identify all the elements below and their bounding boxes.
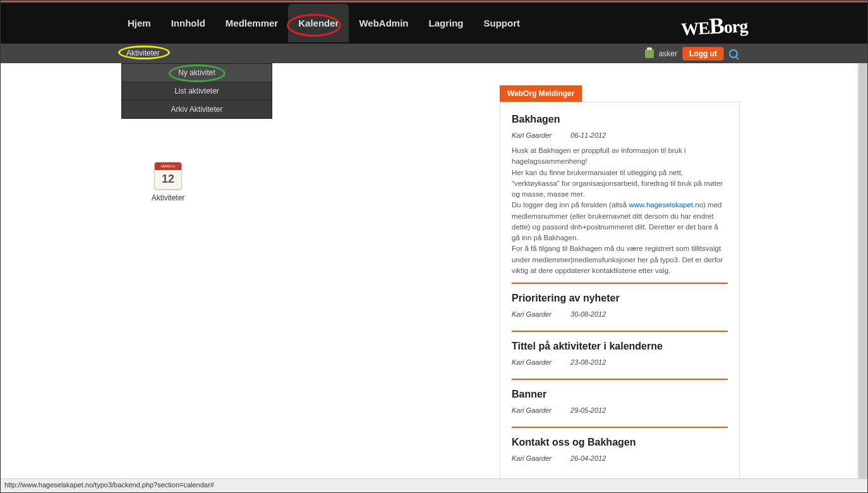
- message-author: Kari Gaarder: [512, 310, 569, 318]
- message-body-post: ) med medlemsnummer (eller brukernavnet …: [512, 201, 723, 274]
- message-body-pre: Husk at Bakhagen er proppfull av informa…: [512, 147, 723, 209]
- message-body: Husk at Bakhagen er proppfull av informa…: [512, 145, 728, 276]
- user-icon: [645, 49, 654, 58]
- user-box: asker Logg ut: [645, 47, 738, 61]
- message-author: Kari Gaarder: [512, 454, 569, 462]
- messages-panel: WebOrg Meldinger Bakhagen Kari Gaarder 0…: [500, 102, 740, 493]
- nav-medlemmer[interactable]: Medlemmer: [215, 4, 288, 42]
- username-label: asker: [659, 49, 677, 58]
- message-meta: Kari Gaarder 06-11-2012: [512, 131, 728, 139]
- message-date: 29-05-2012: [570, 406, 606, 414]
- message-meta: Kari Gaarder 29-05-2012: [512, 406, 728, 414]
- message-item: Tittel på aktiviteter i kalenderne Kari …: [512, 341, 728, 380]
- logout-button[interactable]: Logg ut: [682, 47, 724, 61]
- nav-webadmin[interactable]: WebAdmin: [349, 4, 418, 42]
- sub-nav: Aktiviteter asker Logg ut: [1, 44, 867, 63]
- aktiviteter-dropdown: Ny aktivitet List aktivteter Arkiv Aktiv…: [121, 63, 272, 119]
- vertical-scrollbar[interactable]: [857, 63, 867, 478]
- dropdown-ny-aktivitet[interactable]: Ny aktivitet: [122, 64, 272, 82]
- nav-kalender[interactable]: Kalender: [288, 4, 349, 42]
- message-link[interactable]: www.hageselskapet.no: [629, 201, 703, 209]
- message-title[interactable]: Tittel på aktiviteter i kalenderne: [512, 341, 728, 352]
- message-meta: Kari Gaarder 23-08-2012: [512, 358, 728, 366]
- dropdown-item-label: Ny aktivitet: [178, 68, 215, 77]
- message-item: Bakhagen Kari Gaarder 06-11-2012 Husk at…: [512, 114, 728, 284]
- nav-lagring[interactable]: Lagring: [418, 4, 473, 42]
- status-bar: http://www.hageselskapet.no/typo3/backen…: [1, 478, 867, 492]
- weborg-logo: WEBorg: [680, 11, 748, 40]
- aktiviteter-shortcut-label: Aktiviteter: [140, 193, 196, 202]
- message-meta: Kari Gaarder 26-04-2012: [512, 454, 728, 462]
- message-title[interactable]: Banner: [512, 389, 728, 400]
- nav-support[interactable]: Support: [473, 4, 530, 42]
- message-item: Banner Kari Gaarder 29-05-2012: [512, 389, 728, 428]
- calendar-icon-day: 12: [155, 170, 181, 186]
- nav-hjem[interactable]: Hjem: [118, 4, 161, 42]
- message-author: Kari Gaarder: [512, 131, 569, 139]
- message-title[interactable]: Prioritering av nyheter: [512, 293, 728, 304]
- dropdown-arkiv-aktiviteter[interactable]: Arkiv Aktiviteter: [122, 100, 272, 118]
- nav-innhold[interactable]: Innhold: [161, 4, 215, 42]
- message-author: Kari Gaarder: [512, 406, 569, 414]
- calendar-icon-month: MARCH: [155, 162, 181, 170]
- app-window: Hjem Innhold Medlemmer Kalender WebAdmin…: [0, 0, 868, 493]
- message-title[interactable]: Bakhagen: [512, 114, 728, 125]
- message-item: Prioritering av nyheter Kari Gaarder 30-…: [512, 293, 728, 332]
- message-author: Kari Gaarder: [512, 358, 569, 366]
- search-icon[interactable]: [729, 49, 738, 58]
- message-item: Kontakt oss og Bakhagen Kari Gaarder 26-…: [512, 437, 728, 475]
- message-date: 23-08-2012: [570, 358, 606, 366]
- dropdown-list-aktiviteter[interactable]: List aktivteter: [122, 82, 272, 100]
- message-date: 30-08-2012: [570, 310, 606, 318]
- message-date: 06-11-2012: [570, 131, 606, 139]
- message-meta: Kari Gaarder 30-08-2012: [512, 310, 728, 318]
- main-nav: Hjem Innhold Medlemmer Kalender WebAdmin…: [1, 3, 867, 44]
- messages-body: Bakhagen Kari Gaarder 06-11-2012 Husk at…: [500, 102, 739, 493]
- subnav-aktiviteter[interactable]: Aktiviteter: [126, 49, 160, 58]
- calendar-icon: MARCH 12: [154, 162, 182, 190]
- nav-kalender-label: Kalender: [298, 18, 339, 28]
- messages-tab[interactable]: WebOrg Meldinger: [500, 85, 582, 102]
- scrollbar-thumb[interactable]: [859, 63, 867, 478]
- aktiviteter-shortcut[interactable]: MARCH 12 Aktiviteter: [140, 162, 196, 202]
- message-date: 26-04-2012: [570, 454, 606, 462]
- message-title[interactable]: Kontakt oss og Bakhagen: [512, 437, 728, 448]
